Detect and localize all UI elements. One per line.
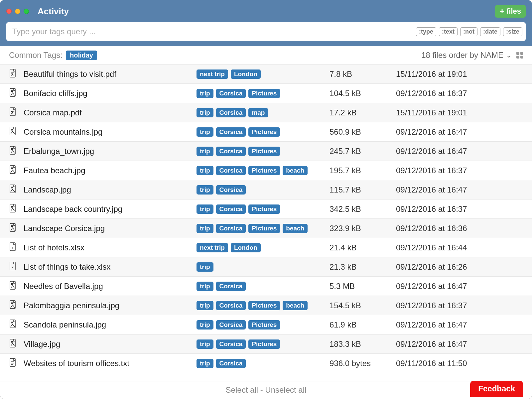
- file-tag-chip[interactable]: beach: [283, 301, 308, 310]
- file-tag-chip[interactable]: trip: [197, 224, 213, 233]
- order-by-control[interactable]: 18 files order by NAME ⌄: [421, 51, 523, 60]
- file-row[interactable]: Websites of tourism offices.txttripCorsi…: [0, 353, 532, 373]
- file-tag-chip[interactable]: map: [248, 108, 268, 117]
- file-tag-chip[interactable]: Corsica: [216, 224, 246, 233]
- file-row[interactable]: Beautiful things to visit.pdfnext tripLo…: [0, 64, 532, 83]
- file-row[interactable]: xList of hotels.xlsxnext tripLondon21.4 …: [0, 238, 532, 257]
- close-window-icon[interactable]: [6, 9, 12, 14]
- feedback-button[interactable]: Feedback: [470, 381, 523, 397]
- file-list[interactable]: Beautiful things to visit.pdfnext tripLo…: [0, 64, 532, 381]
- file-tags: tripCorsica: [197, 359, 330, 368]
- file-tag-chip[interactable]: Corsica: [216, 359, 246, 368]
- file-row[interactable]: Palombaggia peninsula.jpgtripCorsicaPict…: [0, 296, 532, 315]
- file-tag-chip[interactable]: Pictures: [248, 89, 280, 98]
- svg-point-7: [11, 148, 13, 150]
- file-row[interactable]: xList of things to take.xlsxtrip21.3 kB0…: [0, 257, 532, 276]
- file-tag-chip[interactable]: Corsica: [216, 320, 246, 330]
- file-tag-chip[interactable]: Pictures: [248, 320, 280, 330]
- file-tag-chip[interactable]: Pictures: [248, 127, 280, 137]
- grid-view-icon[interactable]: [516, 52, 523, 59]
- file-size: 560.9 kB: [330, 127, 396, 137]
- file-tag-chip[interactable]: trip: [197, 339, 213, 349]
- file-tag-chip[interactable]: Pictures: [248, 301, 280, 310]
- file-tag-chip[interactable]: London: [231, 243, 261, 252]
- svg-point-21: [11, 283, 13, 285]
- file-size: 342.5 kB: [330, 204, 396, 214]
- file-row[interactable]: Corsica mountains.jpgtripCorsicaPictures…: [0, 122, 532, 141]
- file-row[interactable]: Bonifacio cliffs.jpgtripCorsicaPictures1…: [0, 83, 532, 103]
- search-hint-chip[interactable]: :size: [503, 27, 522, 36]
- file-name: Landscape Corsica.jpg: [24, 224, 197, 233]
- file-name: Landscape back country.jpg: [24, 204, 197, 214]
- separator: -: [260, 385, 265, 394]
- top-bar: Activity + files :type:text:not:date:siz…: [0, 0, 532, 46]
- select-all-link[interactable]: Select all: [226, 385, 258, 394]
- file-tag-chip[interactable]: Corsica: [216, 282, 246, 291]
- file-tag-chip[interactable]: next trip: [197, 243, 228, 252]
- chevron-down-icon: ⌄: [506, 51, 512, 59]
- common-tag-chip[interactable]: holiday: [66, 51, 97, 60]
- file-size: 61.9 kB: [330, 320, 396, 330]
- file-date: 09/12/2016 at 16:47: [396, 320, 523, 330]
- file-tag-chip[interactable]: Corsica: [216, 339, 246, 349]
- file-tag-chip[interactable]: trip: [197, 282, 213, 291]
- add-files-button[interactable]: + files: [495, 5, 526, 18]
- svg-rect-3: [10, 108, 15, 116]
- file-tag-chip[interactable]: Corsica: [216, 185, 246, 195]
- file-tag-chip[interactable]: beach: [283, 166, 308, 175]
- image-file-icon: [9, 281, 24, 291]
- file-tag-chip[interactable]: beach: [283, 224, 308, 233]
- file-tag-chip[interactable]: trip: [197, 147, 213, 156]
- search-hint-chip[interactable]: :type: [416, 27, 436, 36]
- file-tags: tripCorsicaPicturesbeach: [197, 224, 330, 233]
- file-row[interactable]: Village.jpgtripCorsicaPictures183.3 kB09…: [0, 334, 532, 353]
- image-file-icon: [9, 88, 24, 98]
- file-tag-chip[interactable]: Corsica: [216, 147, 246, 156]
- file-tag-chip[interactable]: trip: [197, 262, 213, 272]
- file-date: 09/12/2016 at 16:37: [396, 89, 523, 98]
- file-tag-chip[interactable]: Pictures: [248, 339, 280, 349]
- file-tag-chip[interactable]: trip: [197, 320, 213, 330]
- file-tag-chip[interactable]: Corsica: [216, 127, 246, 137]
- file-tag-chip[interactable]: trip: [197, 127, 213, 137]
- file-tag-chip[interactable]: Pictures: [248, 224, 280, 233]
- file-tag-chip[interactable]: Corsica: [216, 89, 246, 98]
- file-tag-chip[interactable]: trip: [197, 108, 213, 117]
- minimize-window-icon[interactable]: [15, 9, 20, 14]
- file-tag-chip[interactable]: next trip: [197, 69, 228, 79]
- file-tag-chip[interactable]: trip: [197, 301, 213, 310]
- common-tags-holder: holiday: [66, 50, 97, 60]
- maximize-window-icon[interactable]: [24, 9, 29, 14]
- file-size: 245.7 kB: [330, 147, 396, 156]
- search-hint-chip[interactable]: :not: [460, 27, 477, 36]
- file-name: List of hotels.xlsx: [24, 243, 197, 252]
- file-row[interactable]: Landscape back country.jpgtripCorsicaPic…: [0, 199, 532, 218]
- file-tag-chip[interactable]: Corsica: [216, 108, 246, 117]
- file-tag-chip[interactable]: Pictures: [248, 204, 280, 214]
- file-row[interactable]: Erbalunga_town.jpgtripCorsicaPictures245…: [0, 141, 532, 161]
- file-tag-chip[interactable]: trip: [197, 89, 213, 98]
- file-tag-chip[interactable]: Corsica: [216, 166, 246, 175]
- search-hint-chip[interactable]: :date: [480, 27, 500, 36]
- file-tag-chip[interactable]: trip: [197, 359, 213, 368]
- search-hint-chip[interactable]: :text: [439, 27, 458, 36]
- file-row[interactable]: Landscape Corsica.jpgtripCorsicaPictures…: [0, 218, 532, 238]
- file-tag-chip[interactable]: Pictures: [248, 166, 280, 175]
- file-tag-chip[interactable]: trip: [197, 204, 213, 214]
- file-tag-chip[interactable]: Corsica: [216, 204, 246, 214]
- file-row[interactable]: Scandola peninsula.jpgtripCorsicaPicture…: [0, 315, 532, 334]
- file-row[interactable]: Needles of Bavella.jpgtripCorsica5.3 MB0…: [0, 276, 532, 296]
- file-row[interactable]: Corsica map.pdftripCorsicamap17.2 kB15/1…: [0, 103, 532, 122]
- file-row[interactable]: Landscap.jpgtripCorsica115.7 kB09/12/201…: [0, 180, 532, 199]
- image-file-icon: [9, 146, 24, 156]
- file-tag-chip[interactable]: Corsica: [216, 301, 246, 310]
- file-row[interactable]: Fautea beach.jpgtripCorsicaPicturesbeach…: [0, 161, 532, 180]
- file-tags: tripCorsica: [197, 185, 330, 195]
- file-tag-chip[interactable]: Pictures: [248, 147, 280, 156]
- file-tag-chip[interactable]: trip: [197, 185, 213, 195]
- file-tag-chip[interactable]: trip: [197, 166, 213, 175]
- tags-search-input[interactable]: [10, 25, 416, 38]
- image-file-icon: [9, 300, 24, 311]
- unselect-all-link[interactable]: Unselect all: [265, 385, 306, 394]
- file-tag-chip[interactable]: London: [231, 69, 261, 79]
